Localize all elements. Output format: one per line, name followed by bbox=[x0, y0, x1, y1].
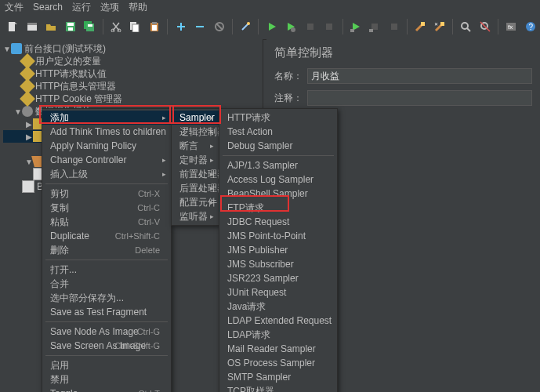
toolbar-separator bbox=[498, 19, 498, 34]
tb-save-icon[interactable] bbox=[62, 17, 80, 36]
tb-wand-icon[interactable] bbox=[237, 17, 255, 36]
svg-rect-27 bbox=[369, 29, 373, 32]
sampler-item[interactable]: JMS Subscriber bbox=[219, 257, 337, 271]
tb-stop-icon[interactable] bbox=[301, 17, 319, 36]
tb-searchreset-icon[interactable] bbox=[477, 17, 495, 36]
tree-http-defaults[interactable]: HTTP请求默认值 bbox=[3, 67, 261, 80]
menu-save-node-image[interactable]: Save Node As ImageCtrl-G bbox=[42, 325, 171, 339]
svg-marker-19 bbox=[269, 23, 276, 31]
menu-add[interactable]: 添加▸ bbox=[42, 111, 171, 125]
sampler-item[interactable]: JDBC Request bbox=[219, 215, 337, 229]
tb-paste-icon[interactable] bbox=[146, 17, 164, 36]
comment-input[interactable] bbox=[307, 90, 532, 106]
sampler-item[interactable]: AJP/1.3 Sampler bbox=[219, 158, 337, 172]
sampler-item[interactable]: Mail Reader Sampler bbox=[219, 342, 337, 356]
tb-cut-icon[interactable] bbox=[107, 17, 125, 36]
svg-rect-22 bbox=[307, 24, 313, 30]
svg-rect-25 bbox=[350, 29, 354, 32]
sampler-item[interactable]: Java请求 bbox=[219, 299, 337, 314]
svg-rect-3 bbox=[27, 23, 37, 25]
context-menu-main: 添加▸ Add Think Times to children Apply Na… bbox=[42, 108, 172, 392]
toolbar-separator bbox=[342, 19, 343, 34]
menu-separator bbox=[223, 155, 334, 156]
tb-remotestart-icon[interactable] bbox=[346, 17, 364, 36]
sampler-item[interactable]: Access Log Sampler bbox=[219, 172, 337, 187]
menu-help[interactable]: 帮助 bbox=[129, 1, 147, 14]
tb-new-icon[interactable] bbox=[4, 17, 22, 36]
menu-save-fragment[interactable]: Save as Test Fragment bbox=[42, 305, 171, 319]
menu-listener[interactable]: 监听器▸ bbox=[172, 209, 219, 223]
context-menu-add: Sampler▸ 逻辑控制器▸ 断言▸ 定时器▸ 前置处理器▸ 后置处理器▸ 配… bbox=[171, 108, 219, 226]
menu-separator bbox=[45, 321, 168, 322]
tree-user-vars[interactable]: 用户定义的变量 bbox=[3, 55, 261, 67]
sampler-item[interactable]: FTP请求 bbox=[219, 201, 337, 215]
tb-template-icon[interactable] bbox=[24, 17, 42, 36]
sampler-item[interactable]: Test Action bbox=[219, 125, 337, 139]
form-title: 简单控制器 bbox=[274, 45, 532, 60]
menu-insert-parent[interactable]: 插入上级▸ bbox=[42, 167, 171, 181]
toolbar-separator bbox=[452, 19, 453, 34]
menu-preprocessor[interactable]: 前置处理器▸ bbox=[172, 167, 219, 181]
sampler-item[interactable]: OS Process Sampler bbox=[219, 356, 337, 370]
sampler-item[interactable]: BeanShell Sampler bbox=[219, 187, 337, 201]
menu-enable[interactable]: 启用 bbox=[42, 358, 171, 372]
tb-minus-icon[interactable] bbox=[191, 17, 209, 36]
tree-http-cookie-mgr[interactable]: HTTP Cookie 管理器 bbox=[3, 93, 261, 105]
menu-cut[interactable]: 剪切Ctrl-X bbox=[42, 187, 171, 201]
menu-apply-naming[interactable]: Apply Naming Policy bbox=[42, 139, 171, 153]
sampler-item[interactable]: TCP取样器 bbox=[219, 384, 337, 392]
tb-clear-icon[interactable] bbox=[411, 17, 429, 36]
menu-save-selection[interactable]: 选中部分保存为... bbox=[42, 291, 171, 305]
menu-paste[interactable]: 粘贴Ctrl-V bbox=[42, 215, 171, 229]
menu-add-think-times[interactable]: Add Think Times to children bbox=[42, 125, 171, 139]
menu-logic-controller[interactable]: 逻辑控制器▸ bbox=[172, 125, 219, 139]
tb-remoteshutdown-icon[interactable] bbox=[386, 17, 404, 36]
menu-duplicate[interactable]: DuplicateCtrl+Shift-C bbox=[42, 229, 171, 243]
tb-disable-icon[interactable] bbox=[210, 17, 228, 36]
tb-plus-icon[interactable] bbox=[172, 17, 190, 36]
menu-separator bbox=[45, 183, 168, 184]
name-input[interactable] bbox=[307, 68, 532, 84]
tb-startnotimer-icon[interactable] bbox=[282, 17, 300, 36]
tb-start-icon[interactable] bbox=[263, 17, 281, 36]
tb-remotestop-icon[interactable] bbox=[366, 17, 384, 36]
sampler-item[interactable]: JUnit Request bbox=[219, 285, 337, 299]
menu-disable[interactable]: 禁用 bbox=[42, 372, 171, 387]
menu-postprocessor[interactable]: 后置处理器▸ bbox=[172, 181, 219, 195]
menu-toggle[interactable]: ToggleCtrl-T bbox=[42, 387, 171, 392]
tb-saveall-icon[interactable] bbox=[81, 17, 99, 36]
tb-shutdown-icon[interactable] bbox=[321, 17, 339, 36]
tree-root[interactable]: ▼前台接口(测试环境) bbox=[3, 42, 261, 55]
sampler-item[interactable]: JMS Point-to-Point bbox=[219, 229, 337, 243]
menu-file[interactable]: 文件 bbox=[5, 1, 24, 14]
menu-config-element[interactable]: 配置元件▸ bbox=[172, 195, 219, 209]
menu-assertions[interactable]: 断言▸ bbox=[172, 139, 219, 153]
tb-open-icon[interactable] bbox=[42, 17, 60, 36]
sampler-item[interactable]: LDAP Extended Request bbox=[219, 314, 337, 328]
menu-sampler[interactable]: Sampler▸ bbox=[172, 111, 219, 125]
tb-clearall-icon[interactable]: ✕ bbox=[431, 17, 449, 36]
menu-search[interactable]: Search bbox=[33, 2, 63, 13]
sampler-item[interactable]: JSR223 Sampler bbox=[219, 271, 337, 285]
menu-open[interactable]: 打开... bbox=[42, 263, 171, 277]
sampler-item[interactable]: HTTP请求 bbox=[219, 111, 337, 125]
context-menu-sampler: HTTP请求Test ActionDebug SamplerAJP/1.3 Sa… bbox=[219, 108, 338, 392]
menu-change-controller[interactable]: Change Controller▸ bbox=[42, 153, 171, 167]
tb-help-icon[interactable]: ? bbox=[522, 17, 540, 36]
tb-search-icon[interactable] bbox=[457, 17, 475, 36]
menu-save-screen-image[interactable]: Save Screen As ImageCtrl+Shift-G bbox=[42, 339, 171, 353]
menu-run[interactable]: 运行 bbox=[72, 1, 91, 14]
menu-timer[interactable]: 定时器▸ bbox=[172, 153, 219, 167]
menu-options[interactable]: 选项 bbox=[100, 1, 119, 14]
menu-merge[interactable]: 合并 bbox=[42, 277, 171, 291]
sampler-item[interactable]: LDAP请求 bbox=[219, 328, 337, 342]
tb-fn-icon[interactable]: fx bbox=[502, 17, 520, 36]
tb-copy-icon[interactable] bbox=[126, 17, 144, 36]
sampler-item[interactable]: JMS Publisher bbox=[219, 243, 337, 257]
tree-http-header-mgr[interactable]: HTTP信息头管理器 bbox=[3, 80, 261, 93]
toolbar-separator bbox=[167, 19, 168, 34]
sampler-item[interactable]: SMTP Sampler bbox=[219, 370, 337, 384]
sampler-item[interactable]: Debug Sampler bbox=[219, 139, 337, 153]
menu-delete[interactable]: 删除Delete bbox=[42, 243, 171, 257]
menu-copy[interactable]: 复制Ctrl-C bbox=[42, 201, 171, 215]
